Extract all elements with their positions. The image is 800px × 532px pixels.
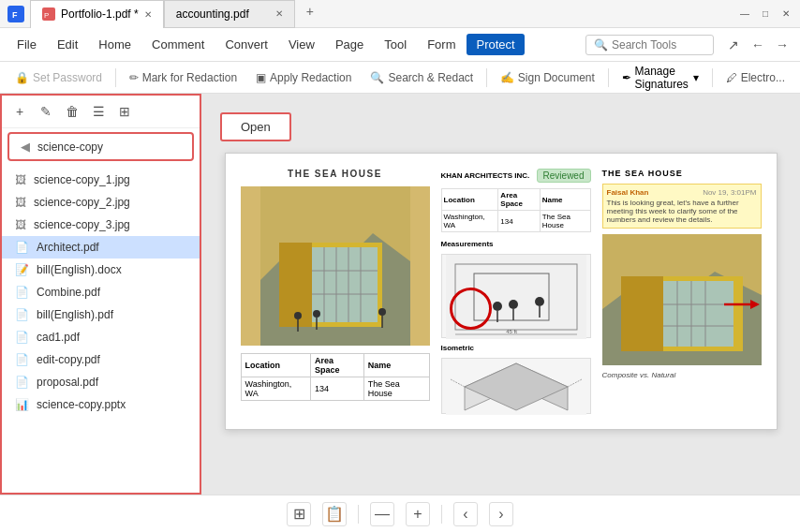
folder-item-science-copy[interactable]: ◀ science-copy	[7, 132, 194, 161]
menu-home[interactable]: Home	[89, 34, 141, 55]
toolbar-sep-1	[115, 68, 116, 87]
list-item[interactable]: 🖼 science-copy_2.jpg	[2, 191, 200, 214]
image-icon: 🖼	[15, 173, 26, 186]
minimize-button[interactable]: —	[738, 7, 751, 21]
close-button[interactable]: ✕	[779, 7, 793, 21]
list-item[interactable]: 📝 bill(English).docx	[2, 259, 200, 281]
search-tools-box[interactable]: 🔍	[585, 35, 714, 55]
tabs-container: P Portfolio-1.pdf * ✕ accounting.pdf ✕ +	[30, 0, 321, 28]
panel-add-button[interactable]: +	[9, 101, 30, 122]
bottom-sep-1	[358, 505, 359, 524]
file-name: bill(English).docx	[37, 263, 122, 276]
svg-rect-41	[663, 281, 733, 347]
image-icon: 🖼	[15, 196, 26, 209]
preview-left-col: THE SEA HOUSE	[241, 169, 430, 414]
comment-author: Faisal Khan	[607, 188, 649, 197]
menu-comment[interactable]: Comment	[142, 34, 214, 55]
search-tools-input[interactable]	[612, 38, 705, 52]
panel-edit-button[interactable]: ✎	[36, 101, 56, 122]
list-item[interactable]: 🖼 science-copy_3.jpg	[2, 214, 200, 236]
khan-architects-label: KHAN ARCHITECTS INC.	[441, 171, 530, 180]
next-page-button[interactable]: ›	[489, 502, 513, 526]
menu-protect[interactable]: Protect	[467, 34, 524, 55]
measurements-box: 45 ft	[441, 254, 591, 338]
panel-toolbar: + ✎ 🗑 ☰ ⊞	[2, 96, 200, 128]
pdf-icon: 📄	[15, 376, 29, 389]
apply-redaction-button[interactable]: ▣ Apply Redaction	[248, 68, 359, 87]
electro-button[interactable]: 🖊 Electro...	[719, 68, 793, 87]
menu-view[interactable]: View	[279, 34, 324, 55]
list-item[interactable]: 📊 science-copy.pptx	[2, 393, 200, 416]
set-password-button[interactable]: 🔒 Set Password	[7, 68, 110, 87]
panel-delete-button[interactable]: 🗑	[62, 101, 82, 122]
file-name: bill(English).pdf	[37, 308, 113, 321]
building-image-left	[241, 186, 430, 346]
list-item[interactable]: 📄 cad1.pdf	[2, 326, 200, 348]
content-area: Open THE SEA HOUSE	[201, 94, 800, 495]
menu-file[interactable]: File	[7, 34, 46, 55]
search-redact-icon: 🔍	[370, 71, 384, 84]
list-item[interactable]: 📄 Combine.pdf	[2, 281, 200, 303]
prev-page-button[interactable]: ‹	[453, 502, 478, 526]
sign-document-button[interactable]: ✍ Sign Document	[493, 68, 602, 87]
bottom-bar: ⊞ 📋 — + ‹ ›	[0, 495, 800, 532]
composite-label: Composite vs. Natural	[602, 371, 762, 379]
tab-portfolio[interactable]: P Portfolio-1.pdf * ✕	[30, 0, 164, 28]
tab-close-portfolio[interactable]: ✕	[144, 9, 152, 20]
mark-icon: ✏	[129, 71, 139, 84]
tab-accounting-label: accounting.pdf	[176, 7, 249, 21]
folder-back-icon: ◀	[21, 140, 30, 154]
manage-signatures-button[interactable]: ✒ Manage Signatures ▾	[615, 62, 706, 94]
svg-text:F: F	[12, 10, 18, 20]
maximize-button[interactable]: □	[759, 7, 772, 21]
tab-add-button[interactable]: +	[299, 0, 321, 22]
panel-grid-button[interactable]: ⊞	[114, 101, 135, 122]
comment-header: Faisal Khan Nov 19, 3:01PM	[607, 188, 757, 197]
list-item-architect[interactable]: 📄 Architect.pdf	[2, 236, 200, 259]
list-item[interactable]: 📄 edit-copy.pdf	[2, 348, 200, 371]
doc-icon: 📝	[15, 263, 29, 276]
toolbar: 🔒 Set Password ✏ Mark for Redaction ▣ Ap…	[0, 62, 800, 94]
svg-point-19	[378, 308, 386, 316]
search-icon: 🔍	[594, 38, 608, 52]
tab-accounting[interactable]: accounting.pdf ✕	[164, 0, 295, 28]
svg-point-17	[313, 310, 320, 318]
menu-form[interactable]: Form	[418, 34, 465, 55]
file-name: science-copy.pptx	[37, 398, 126, 411]
mark-redaction-label: Mark for Redaction	[142, 71, 237, 84]
menu-tool[interactable]: Tool	[375, 34, 416, 55]
file-list: 🖼 science-copy_1.jpg 🖼 science-copy_2.jp…	[2, 165, 200, 420]
reviewed-badge: Reviewed	[537, 169, 591, 183]
search-redact-button[interactable]: 🔍 Search & Redact	[363, 68, 481, 87]
panel-list-button[interactable]: ☰	[88, 101, 109, 122]
apply-icon: ▣	[256, 71, 266, 84]
back-button[interactable]: ←	[748, 35, 768, 55]
pdf-preview: THE SEA HOUSE	[225, 153, 778, 430]
pdf-icon: 📄	[15, 353, 29, 366]
svg-text:P: P	[44, 11, 49, 20]
signature-icon: ✒	[622, 71, 631, 84]
menu-convert[interactable]: Convert	[215, 34, 277, 55]
list-item[interactable]: 🖼 science-copy_1.jpg	[2, 169, 200, 191]
external-link-button[interactable]: ↗	[723, 35, 744, 55]
list-item[interactable]: 📄 proposal.pdf	[2, 371, 200, 393]
comment-box: Faisal Khan Nov 19, 3:01PM This is looki…	[602, 184, 762, 229]
menu-page[interactable]: Page	[326, 34, 373, 55]
zoom-in-button[interactable]: +	[406, 502, 430, 526]
menu-edit[interactable]: Edit	[48, 34, 87, 55]
file-name: Combine.pdf	[37, 286, 100, 299]
pdf-icon: 📄	[15, 308, 29, 321]
menu-bar: File Edit Home Comment Convert View Page…	[0, 28, 800, 62]
zoom-out-button[interactable]: —	[370, 502, 394, 526]
mark-redaction-button[interactable]: ✏ Mark for Redaction	[122, 68, 244, 87]
list-item[interactable]: 📄 bill(English).pdf	[2, 303, 200, 326]
forward-button[interactable]: →	[772, 35, 793, 55]
tab-close-accounting[interactable]: ✕	[275, 8, 283, 19]
open-button[interactable]: Open	[220, 112, 291, 141]
measurements-label: Measurements	[441, 240, 591, 248]
preview-right-col: THE SEA HOUSE Faisal Khan Nov 19, 3:01PM…	[602, 169, 762, 414]
copy-button[interactable]: 📋	[322, 502, 347, 526]
expand-button[interactable]: ⊞	[287, 502, 311, 526]
comment-text: This is looking great, let's have a furt…	[607, 199, 739, 224]
lock-icon: 🔒	[15, 71, 29, 84]
